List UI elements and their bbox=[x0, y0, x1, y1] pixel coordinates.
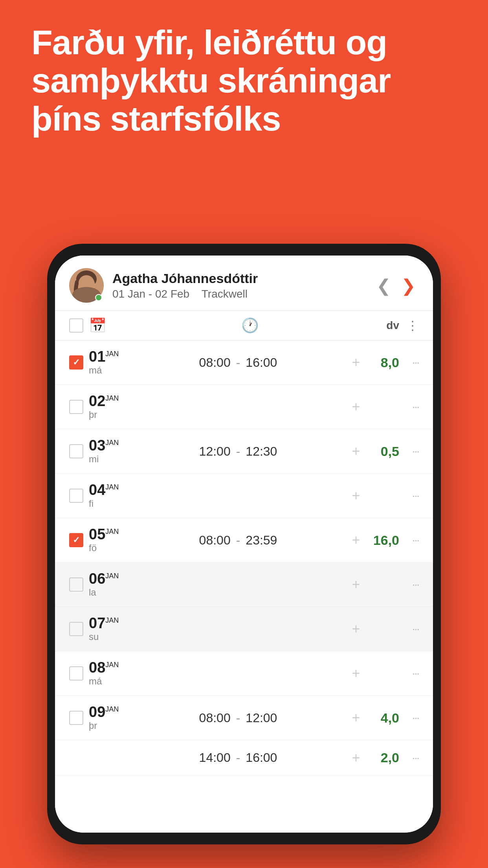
row-add-button[interactable]: + bbox=[344, 532, 368, 548]
add-icon[interactable]: + bbox=[352, 487, 360, 504]
date-number: 06JAN bbox=[89, 571, 132, 586]
date-number: 07JAN bbox=[89, 616, 132, 631]
prev-arrow[interactable]: ❮ bbox=[373, 276, 394, 296]
row-menu-button[interactable]: ··· bbox=[399, 712, 419, 724]
add-icon[interactable]: + bbox=[352, 576, 360, 593]
row-checkbox-container[interactable] bbox=[69, 622, 89, 636]
row-checkbox[interactable] bbox=[69, 355, 83, 370]
row-date: 09JAN þr bbox=[89, 704, 132, 731]
row-checkbox[interactable] bbox=[69, 666, 83, 680]
row-checkbox-container[interactable] bbox=[69, 711, 89, 725]
svg-point-6 bbox=[83, 284, 85, 287]
row-checkbox[interactable] bbox=[69, 444, 83, 458]
row-dots-icon[interactable]: ··· bbox=[412, 401, 419, 413]
row-menu-button[interactable]: ··· bbox=[399, 752, 419, 764]
row-hours: 2,0 bbox=[368, 750, 399, 765]
row-checkbox-container[interactable] bbox=[69, 666, 89, 680]
row-menu-button[interactable]: ··· bbox=[399, 534, 419, 546]
row-times: 14:00 - 16:00 bbox=[132, 750, 344, 765]
row-times: 08:00 - 23:59 bbox=[132, 533, 344, 548]
row-menu-button[interactable]: ··· bbox=[399, 445, 419, 458]
date-dayname: þr bbox=[89, 720, 132, 731]
row-checkbox[interactable] bbox=[69, 489, 83, 503]
row-menu-button[interactable]: ··· bbox=[399, 401, 419, 413]
row-checkbox-container[interactable] bbox=[69, 444, 89, 458]
row-dots-icon[interactable]: ··· bbox=[412, 489, 419, 502]
date-dayname: fi bbox=[89, 498, 132, 509]
row-menu-button[interactable]: ··· bbox=[399, 489, 419, 502]
row-add-button[interactable]: + bbox=[344, 665, 368, 682]
phone-screen: Agatha Jóhannesdóttir 01 Jan - 02 Feb Tr… bbox=[55, 256, 433, 833]
row-dots-icon[interactable]: ··· bbox=[412, 356, 419, 368]
row-dots-icon[interactable]: ··· bbox=[412, 667, 419, 679]
row-dots-icon[interactable]: ··· bbox=[412, 445, 419, 457]
row-menu-button[interactable]: ··· bbox=[399, 623, 419, 635]
date-dayname: má bbox=[89, 676, 132, 687]
row-times: 08:00 - 12:00 bbox=[132, 711, 344, 725]
header-checkbox-col[interactable] bbox=[69, 318, 89, 333]
svg-point-2 bbox=[78, 276, 95, 295]
svg-rect-3 bbox=[83, 292, 90, 296]
date-number: 02JAN bbox=[89, 394, 132, 408]
row-menu-button[interactable]: ··· bbox=[399, 578, 419, 591]
row-dots-icon[interactable]: ··· bbox=[412, 712, 419, 724]
add-icon[interactable]: + bbox=[352, 532, 360, 548]
time-row: 05JAN fö 08:00 - 23:59 + 16,0 ··· bbox=[55, 518, 433, 563]
headline-text: Farðu yfir, leiðréttu og samþykktu skrán… bbox=[31, 24, 457, 138]
row-add-button[interactable]: + bbox=[344, 399, 368, 415]
time-row: 02JAN þr + ··· bbox=[55, 385, 433, 429]
add-icon[interactable]: + bbox=[352, 354, 360, 371]
row-checkbox[interactable] bbox=[69, 400, 83, 414]
row-add-button[interactable]: + bbox=[344, 576, 368, 593]
header-more-col[interactable]: ⋮ bbox=[399, 318, 419, 333]
add-icon[interactable]: + bbox=[352, 399, 360, 415]
row-checkbox[interactable] bbox=[69, 622, 83, 636]
row-date: 03JAN mi bbox=[89, 438, 132, 465]
header-checkbox[interactable] bbox=[69, 318, 83, 333]
next-arrow[interactable]: ❯ bbox=[398, 276, 419, 296]
date-range: 01 Jan - 02 Feb bbox=[112, 288, 189, 300]
more-icon[interactable]: ⋮ bbox=[406, 318, 419, 333]
header-time-col: 🕐 bbox=[132, 317, 368, 334]
date-number: 04JAN bbox=[89, 482, 132, 497]
time-dash: - bbox=[236, 750, 240, 765]
row-times: 08:00 - 16:00 bbox=[132, 355, 344, 370]
row-dots-icon[interactable]: ··· bbox=[412, 534, 419, 546]
add-icon[interactable]: + bbox=[352, 443, 360, 460]
row-dots-icon[interactable]: ··· bbox=[412, 578, 419, 590]
add-icon[interactable]: + bbox=[352, 621, 360, 637]
row-checkbox-container[interactable] bbox=[69, 489, 89, 503]
row-add-button[interactable]: + bbox=[344, 443, 368, 460]
time-end: 12:30 bbox=[246, 444, 277, 459]
time-row: 06JAN la + ··· bbox=[55, 563, 433, 607]
row-add-button[interactable]: + bbox=[344, 750, 368, 766]
add-icon[interactable]: + bbox=[352, 750, 360, 766]
row-checkbox[interactable] bbox=[69, 711, 83, 725]
row-dots-icon[interactable]: ··· bbox=[412, 752, 419, 764]
row-checkbox[interactable] bbox=[69, 577, 83, 592]
row-add-button[interactable]: + bbox=[344, 710, 368, 726]
app-content: Agatha Jóhannesdóttir 01 Jan - 02 Feb Tr… bbox=[55, 256, 433, 833]
row-checkbox-container[interactable] bbox=[69, 400, 89, 414]
row-menu-button[interactable]: ··· bbox=[399, 667, 419, 680]
time-start: 08:00 bbox=[199, 355, 231, 370]
add-icon[interactable]: + bbox=[352, 665, 360, 682]
time-end: 16:00 bbox=[246, 355, 277, 370]
row-date: 02JAN þr bbox=[89, 394, 132, 420]
row-add-button[interactable]: + bbox=[344, 487, 368, 504]
nav-arrows: ❮ ❯ bbox=[373, 276, 419, 296]
row-checkbox-container[interactable] bbox=[69, 355, 89, 370]
row-menu-button[interactable]: ··· bbox=[399, 356, 419, 369]
time-dash: - bbox=[236, 533, 240, 548]
row-checkbox[interactable] bbox=[69, 533, 83, 547]
row-dots-icon[interactable]: ··· bbox=[412, 623, 419, 635]
phone-frame: Agatha Jóhannesdóttir 01 Jan - 02 Feb Tr… bbox=[47, 244, 441, 844]
time-start: 14:00 bbox=[199, 750, 231, 765]
time-dash: - bbox=[236, 444, 240, 459]
time-end: 16:00 bbox=[246, 750, 277, 765]
add-icon[interactable]: + bbox=[352, 710, 360, 726]
row-add-button[interactable]: + bbox=[344, 354, 368, 371]
row-checkbox-container[interactable] bbox=[69, 577, 89, 592]
row-checkbox-container[interactable] bbox=[69, 533, 89, 547]
row-add-button[interactable]: + bbox=[344, 621, 368, 637]
